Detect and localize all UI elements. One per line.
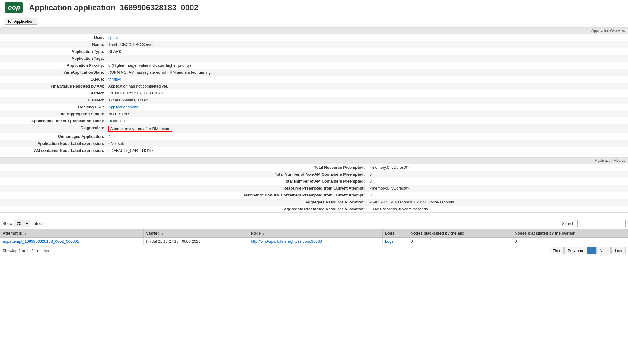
overview-row: Name:Thrift JDBC/ODBC Server — [0, 41, 628, 48]
node-link[interactable]: http://wn0-spark.hdinsightcss.com:30060 — [251, 239, 322, 244]
overview-row-value — [106, 55, 628, 62]
table-column-header[interactable]: Node ↕ — [248, 229, 382, 238]
overview-row-value: ApplicationMaster — [106, 104, 628, 110]
metrics-row-label: Aggregate Resource Allocation: — [0, 199, 367, 206]
search-input[interactable] — [577, 220, 626, 227]
entries-select[interactable]: 10202550100 — [14, 220, 30, 227]
metrics-row-label: Resource Preempted from Current Attempt: — [0, 185, 367, 192]
metrics-row-value: 0 — [367, 178, 628, 185]
table-column-header: Nodes blacklisted by the app — [408, 229, 512, 238]
overview-row-value: 174hrs, 29mins, 14sec — [106, 97, 628, 104]
overview-row: YarnApplicationState:RUNNING: AM has reg… — [0, 69, 628, 76]
metrics-row-value: <memory:0, vCores:0> — [367, 164, 628, 171]
search-label: Search: — [562, 221, 575, 226]
metrics-row-value: 0 — [367, 192, 628, 199]
overview-row-label: Application Type: — [0, 48, 106, 55]
overview-row: Application Priority:0 (Higher Integer v… — [0, 62, 628, 69]
metrics-row: Number of Non-AM Containers Preempted fr… — [0, 192, 628, 199]
table-row: appattempt_1689906328183_0002_000001Fri … — [0, 238, 628, 245]
attempt-id-cell: appattempt_1689906328183_0002_000001 — [0, 238, 144, 245]
kill-application-button[interactable]: Kill Application — [5, 18, 37, 25]
first-page-button[interactable]: First — [550, 247, 564, 254]
overview-row-value: NOT_START — [106, 110, 628, 117]
overview-row-label: Log Aggregation Status: — [0, 110, 106, 117]
previous-page-button[interactable]: Previous — [564, 247, 586, 254]
overview-row-value: spark — [106, 34, 628, 41]
overview-row-value: RUNNING: AM has registered with RM and s… — [106, 69, 628, 76]
nodes-blacklisted-system-cell: 0 — [512, 238, 628, 245]
overview-row: Queue:thriftsvr — [0, 76, 628, 83]
show-entries-control: Show 10202550100 entries — [2, 220, 43, 227]
overview-row-label: Elapsed: — [0, 97, 106, 104]
overview-row-label: Diagnostics: — [0, 124, 106, 133]
pagination-area: Showing 1 to 1 of 1 entries First Previo… — [0, 245, 628, 256]
overview-row-value: Application has not completed yet. — [106, 83, 628, 90]
overview-row: AM container Node Label expression:<DEFA… — [0, 147, 628, 154]
metrics-row-value: 964839801 MB-seconds, 628150 vcore-secon… — [367, 199, 628, 206]
overview-row-value: 0 (Higher Integer value indicates higher… — [106, 62, 628, 69]
overview-row-label: Application Priority: — [0, 62, 106, 69]
overview-row-label: AM container Node Label expression: — [0, 147, 106, 154]
sort-arrow-icon: ↕ — [24, 231, 27, 235]
overview-row-label: Queue: — [0, 76, 106, 83]
overview-row-label: Started: — [0, 90, 106, 97]
overview-row: Application Timeout (Remaining Time):Unl… — [0, 117, 628, 124]
metrics-row-label: Number of Non-AM Containers Preempted fr… — [0, 192, 367, 199]
overview-row-link[interactable]: thriftsvr — [108, 77, 121, 81]
attempts-table: Attempt ID ↕Started ↕Node ↕LogsNodes bla… — [0, 229, 628, 245]
node-cell: http://wn0-spark.hdinsightcss.com:30060 — [248, 238, 382, 245]
overview-row-value: SPARK — [106, 48, 628, 55]
overview-row-label: Application Node Label expression: — [0, 140, 106, 147]
overview-row-value: <DEFAULT_PARTITION> — [106, 147, 628, 154]
table-column-header[interactable]: Attempt ID ↕ — [0, 229, 144, 238]
overview-row-label: User: — [0, 34, 106, 41]
table-column-header[interactable]: Started ↕ — [144, 229, 248, 238]
metrics-row-value: <memory:0, vCores:0> — [367, 185, 628, 192]
diagnostics-highlight: Attempt recovered after RM restart — [108, 126, 172, 132]
overview-row-value: thriftsvr — [106, 76, 628, 83]
current-page-button[interactable]: 1 — [587, 247, 595, 254]
overview-row: Started:Fri Jul 21 02:27:15 +0000 2023 — [0, 90, 628, 97]
last-page-button[interactable]: Last — [611, 247, 626, 254]
overview-panel-header: Application Overview — [0, 28, 628, 34]
metrics-row: Total Number of Non-AM Containers Preemp… — [0, 171, 628, 178]
metrics-row: Aggregate Preempted Resource Allocation:… — [0, 206, 628, 212]
showing-text: Showing 1 to 1 of 1 entries — [2, 248, 49, 253]
overview-row-label: FinalStatus Reported by AM: — [0, 83, 106, 90]
logs-link[interactable]: Logs — [385, 239, 394, 244]
metrics-row: Resource Preempted from Current Attempt:… — [0, 185, 628, 192]
overview-row: Diagnostics:Attempt recovered after RM r… — [0, 124, 628, 133]
overview-row-label: Application Tags: — [0, 55, 106, 62]
overview-row-value: false — [106, 133, 628, 140]
table-column-header: Logs — [382, 229, 408, 238]
next-page-button[interactable]: Next — [596, 247, 611, 254]
attempt-id-link[interactable]: appattempt_1689906328183_0002_000001 — [3, 239, 79, 244]
sort-arrow-icon: ↕ — [161, 231, 164, 235]
metrics-panel: Application Metrics Total Resource Preem… — [0, 157, 628, 213]
overview-row: Application Tags: — [0, 55, 628, 62]
page-title: Application application_1689906328183_00… — [29, 3, 198, 12]
overview-row: Application Node Label expression:<Not s… — [0, 140, 628, 147]
overview-row-label: YarnApplicationState: — [0, 69, 106, 76]
entries-label: entries — [32, 221, 43, 226]
overview-row: Elapsed:174hrs, 29mins, 14sec — [0, 97, 628, 104]
started-cell: Fri Jul 21 10:27:16 +0800 2023 — [144, 238, 248, 245]
overview-row: FinalStatus Reported by AM:Application h… — [0, 83, 628, 90]
nodes-blacklisted-app-cell: 0 — [408, 238, 512, 245]
overview-row-value: Thrift JDBC/ODBC Server — [106, 41, 628, 48]
table-section: Show 10202550100 entries Search: Attempt… — [0, 216, 628, 258]
metrics-table: Total Resource Preempted:<memory:0, vCor… — [0, 164, 628, 212]
metrics-row: Total Number of AM Containers Preempted:… — [0, 178, 628, 185]
metrics-row-value: 0 — [367, 171, 628, 178]
overview-row: Tracking URL:ApplicationMaster — [0, 104, 628, 110]
overview-row: Log Aggregation Status:NOT_START — [0, 110, 628, 117]
overview-row-label: Application Timeout (Remaining Time): — [0, 117, 106, 124]
overview-row-link[interactable]: spark — [108, 35, 118, 40]
overview-row-link[interactable]: ApplicationMaster — [108, 105, 139, 109]
overview-row-label: Name: — [0, 41, 106, 48]
overview-row: Unmanaged Application:false — [0, 133, 628, 140]
table-column-header: Nodes blacklisted by the system — [512, 229, 628, 238]
table-controls: Show 10202550100 entries Search: — [0, 218, 628, 229]
overview-table: User:sparkName:Thrift JDBC/ODBC ServerAp… — [0, 34, 628, 154]
overview-panel: Application Overview User:sparkName:Thri… — [0, 27, 628, 154]
